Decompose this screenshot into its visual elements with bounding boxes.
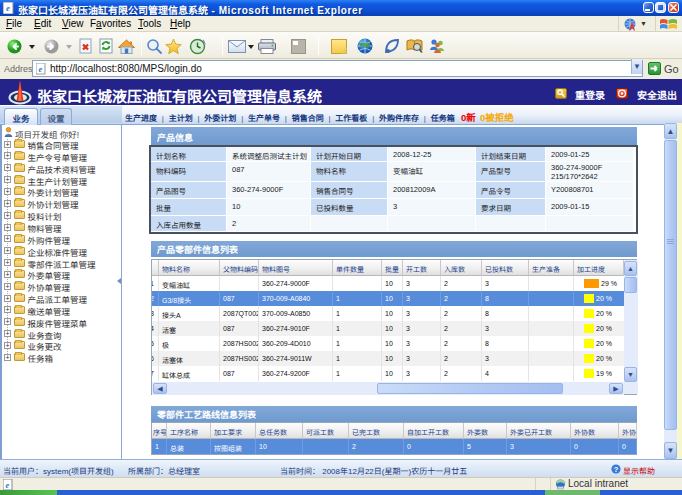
svg-text:e: e xyxy=(6,3,10,13)
svg-text:e: e xyxy=(39,64,43,74)
svg-text:e: e xyxy=(6,480,10,490)
svg-text:?: ? xyxy=(614,465,619,474)
